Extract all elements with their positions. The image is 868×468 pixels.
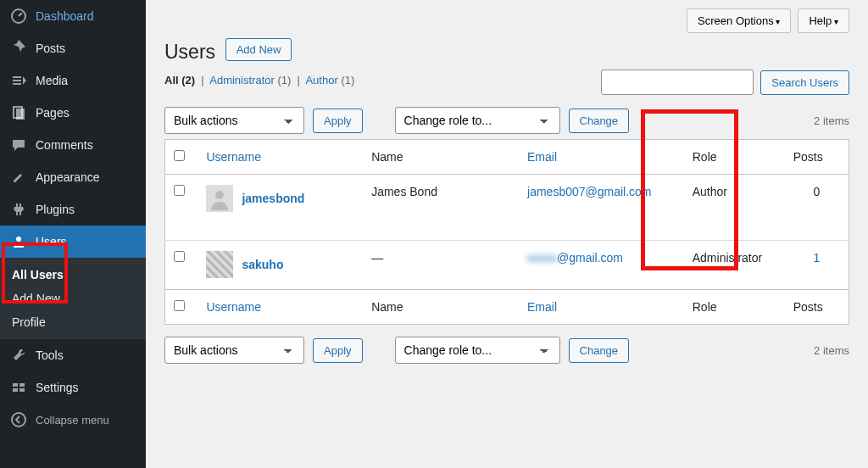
row-checkbox[interactable] [174, 251, 185, 262]
submenu-add-new[interactable]: Add New [0, 287, 146, 310]
add-new-button[interactable]: Add New [225, 38, 292, 61]
admin-sidebar: Dashboard Posts Media Pages Comments App… [0, 0, 146, 468]
col-email[interactable]: Email [527, 150, 557, 164]
col-posts: Posts [785, 290, 849, 325]
email-link[interactable]: jamesb007@gmail.com [527, 185, 652, 198]
name-cell: — [363, 241, 519, 290]
sidebar-item-label: Settings [36, 381, 79, 394]
sidebar-item-appearance[interactable]: Appearance [0, 161, 146, 193]
col-name: Name [363, 140, 519, 175]
help-button[interactable]: Help [798, 8, 849, 33]
svg-point-3 [16, 237, 21, 242]
filter-author[interactable]: Author (1) [305, 74, 354, 86]
collapse-icon [10, 411, 27, 428]
email-link[interactable]: xxxxx@gmail.com [527, 251, 623, 265]
filter-all[interactable]: All (2) [164, 74, 195, 86]
plugins-icon [10, 201, 27, 218]
sidebar-item-label: Users [36, 235, 67, 248]
sidebar-item-comments[interactable]: Comments [0, 129, 146, 161]
col-email[interactable]: Email [527, 300, 557, 314]
svg-rect-5 [19, 383, 25, 387]
bulk-actions-select-bottom[interactable]: Bulk actions [164, 337, 304, 364]
sidebar-item-label: Pages [36, 106, 70, 120]
page-title: Users [164, 41, 215, 64]
pages-icon [10, 104, 27, 121]
sidebar-collapse[interactable]: Collapse menu [0, 404, 146, 436]
pin-icon [10, 40, 27, 57]
table-row: jamesbond James Bond jamesb007@gmail.com… [165, 175, 849, 241]
tablenav-bottom: Bulk actions Apply Change role to... Cha… [164, 337, 849, 364]
role-cell: Administrator [684, 241, 785, 290]
submenu-profile[interactable]: Profile [0, 310, 146, 334]
col-role: Role [684, 140, 785, 175]
sidebar-item-posts[interactable]: Posts [0, 32, 146, 64]
change-role-button[interactable]: Change [569, 109, 630, 133]
sidebar-item-plugins[interactable]: Plugins [0, 193, 146, 226]
sidebar-item-users[interactable]: Users [0, 226, 146, 258]
sidebar-item-tools[interactable]: Tools [0, 339, 146, 371]
col-name: Name [363, 290, 519, 325]
select-all-bottom[interactable] [174, 300, 185, 311]
sidebar-item-label: Collapse menu [36, 414, 109, 426]
select-all-top[interactable] [174, 150, 185, 161]
tablenav-top: Bulk actions Apply Change role to... Cha… [164, 107, 849, 134]
svg-rect-4 [13, 383, 18, 387]
role-cell: Author [684, 175, 785, 241]
posts-count: 0 [793, 185, 840, 198]
posts-count-link[interactable]: 1 [793, 251, 840, 265]
change-role-select-bottom[interactable]: Change role to... [395, 337, 560, 364]
change-role-select[interactable]: Change role to... [395, 107, 560, 134]
col-username[interactable]: Username [206, 150, 261, 164]
sidebar-item-label: Media [36, 74, 68, 87]
users-icon [10, 233, 27, 250]
sidebar-item-dashboard[interactable]: Dashboard [0, 0, 146, 32]
sidebar-item-label: Plugins [36, 203, 75, 216]
users-submenu: All Users Add New Profile [0, 258, 146, 339]
submenu-all-users[interactable]: All Users [0, 263, 146, 287]
topbar: Screen Options Help [164, 8, 849, 33]
table-row: sakuho — xxxxx@gmail.com Administrator 1 [165, 241, 849, 290]
col-posts: Posts [785, 140, 849, 175]
sidebar-item-label: Appearance [36, 170, 100, 184]
svg-point-8 [12, 413, 25, 426]
sidebar-item-media[interactable]: Media [0, 64, 146, 97]
items-count-top: 2 items [814, 114, 849, 127]
col-username[interactable]: Username [206, 300, 261, 314]
sidebar-item-label: Posts [36, 42, 65, 55]
name-cell: James Bond [363, 175, 519, 241]
tools-icon [10, 347, 27, 364]
svg-point-10 [215, 191, 224, 199]
avatar [206, 185, 233, 212]
bulk-actions-select[interactable]: Bulk actions [164, 107, 304, 134]
row-checkbox[interactable] [174, 185, 185, 196]
dashboard-icon [10, 8, 27, 25]
search-input[interactable] [601, 70, 754, 95]
col-role: Role [684, 290, 785, 325]
svg-rect-2 [16, 109, 25, 120]
appearance-icon [10, 169, 27, 186]
items-count-bottom: 2 items [814, 344, 849, 357]
bulk-apply-button-bottom[interactable]: Apply [313, 338, 363, 363]
avatar [206, 251, 233, 278]
bulk-apply-button[interactable]: Apply [313, 109, 363, 133]
svg-rect-6 [13, 388, 18, 392]
sidebar-item-pages[interactable]: Pages [0, 97, 146, 129]
username-link[interactable]: sakuho [242, 258, 283, 271]
media-icon [10, 72, 27, 89]
sidebar-item-label: Dashboard [36, 9, 94, 23]
comments-icon [10, 136, 27, 153]
change-role-button-bottom[interactable]: Change [569, 338, 630, 363]
main-content: Screen Options Help Users Add New All (2… [146, 0, 868, 468]
sidebar-item-label: Tools [36, 348, 64, 362]
sidebar-item-settings[interactable]: Settings [0, 371, 146, 404]
sidebar-item-label: Comments [36, 138, 93, 152]
screen-options-button[interactable]: Screen Options [687, 8, 791, 33]
filter-administrator[interactable]: Administrator (1) [209, 74, 291, 86]
users-table: Username Name Email Role Posts jamesbond… [164, 139, 849, 325]
settings-icon [10, 379, 27, 396]
search-button[interactable]: Search Users [760, 70, 849, 95]
svg-rect-7 [19, 388, 25, 392]
username-link[interactable]: jamesbond [242, 192, 304, 205]
